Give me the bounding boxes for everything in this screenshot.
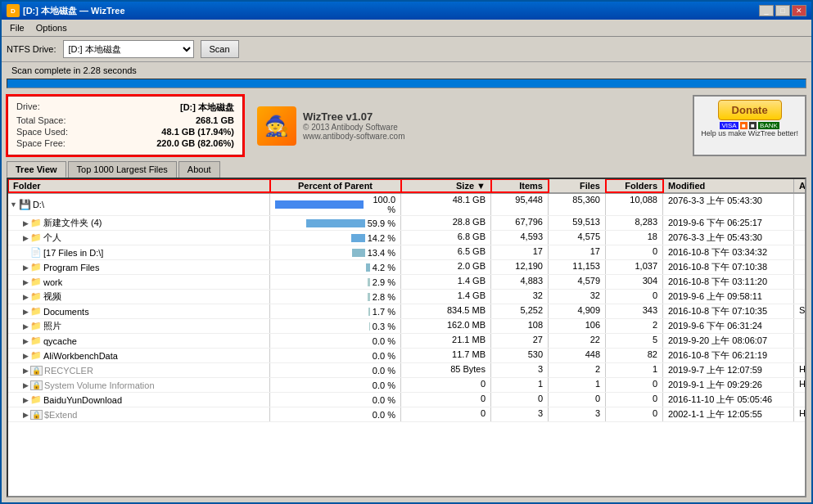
progress-fill bbox=[7, 79, 806, 88]
table-row[interactable]: ▶ 📁 Program Files 4.2 % 2.0 GB 12,190 11… bbox=[8, 260, 805, 275]
used-key: Space Used: bbox=[16, 127, 68, 137]
table-row[interactable]: ▶ 📄 [17 Files in D:\] 13.4 % 6.5 GB 17 1… bbox=[8, 245, 805, 260]
col-attributes[interactable]: Attributes bbox=[794, 179, 806, 192]
col-modified[interactable]: Modified bbox=[663, 179, 794, 192]
title-bar: D [D:] 本地磁盘 — WizTree _ □ ✕ bbox=[2, 2, 811, 20]
table-row[interactable]: ▼ 💾 D:\ 100.0 % 48.1 GB 95,448 85,360 10… bbox=[8, 194, 805, 216]
free-key: Space Free: bbox=[16, 138, 65, 148]
minimize-button[interactable]: _ bbox=[759, 5, 774, 16]
donate-box: Donate VISA ■ ■ BANK Help us make WizTre… bbox=[693, 95, 806, 156]
col-percent[interactable]: Percent of Parent bbox=[270, 179, 401, 192]
brand-url: www.antibody-software.com bbox=[303, 132, 405, 141]
main-window: D [D:] 本地磁盘 — WizTree _ □ ✕ File Options… bbox=[0, 0, 813, 504]
col-size[interactable]: Size ▼ bbox=[401, 179, 491, 192]
main-table-area: Folder Percent of Parent Size ▼ Items Fi… bbox=[7, 178, 806, 497]
window-title: [D:] 本地磁盘 — WizTree bbox=[23, 5, 125, 17]
free-val: 220.0 GB (82.06%) bbox=[156, 138, 234, 148]
drive-val: [D:] 本地磁盘 bbox=[180, 101, 234, 114]
menu-options[interactable]: Options bbox=[31, 21, 72, 34]
app-icon: D bbox=[7, 4, 20, 17]
table-row[interactable]: ▶ 📁 qycache 0.0 % 21.1 MB 27 22 5 2019-9… bbox=[8, 334, 805, 349]
table-body: ▼ 💾 D:\ 100.0 % 48.1 GB 95,448 85,360 10… bbox=[8, 194, 805, 496]
maximize-button[interactable]: □ bbox=[775, 5, 790, 16]
tabs: Tree View Top 1000 Largest Files About bbox=[2, 160, 811, 178]
donate-button[interactable]: Donate bbox=[718, 100, 782, 120]
total-val: 268.1 GB bbox=[196, 115, 234, 125]
donate-message: Help us make WizTree better! bbox=[701, 129, 798, 137]
table-row[interactable]: ▶ 📁 照片 0.3 % 162.0 MB 108 106 2 2019-9-6… bbox=[8, 319, 805, 334]
donate-cards: VISA ■ ■ BANK bbox=[701, 122, 798, 129]
col-folder[interactable]: Folder bbox=[8, 179, 270, 192]
col-folders[interactable]: Folders bbox=[606, 179, 663, 192]
top-section: Drive: [D:] 本地磁盘 Total Space: 268.1 GB S… bbox=[2, 92, 811, 160]
menu-file[interactable]: File bbox=[5, 21, 29, 34]
brand-section: 🧙 WizTree v1.07 © 2013 Antibody Software… bbox=[249, 95, 688, 156]
toolbar: NTFS Drive: [D:] 本地磁盘 Scan bbox=[2, 37, 811, 62]
table-row[interactable]: ▶ 📁 AliWorkbenchData 0.0 % 11.7 MB 530 4… bbox=[8, 349, 805, 363]
title-bar-buttons: _ □ ✕ bbox=[759, 5, 806, 16]
brand-copy: © 2013 Antibody Software bbox=[303, 123, 405, 132]
scan-button[interactable]: Scan bbox=[201, 40, 239, 58]
table-row[interactable]: ▶ 🔒 System Volume Information 0.0 % 0 1 … bbox=[8, 378, 805, 393]
tab-about[interactable]: About bbox=[178, 161, 220, 178]
tab-tree-view[interactable]: Tree View bbox=[7, 161, 66, 178]
table-row[interactable]: ▶ 🔒 $Extend 0.0 % 0 3 3 0 2002-1-1 上午 12… bbox=[8, 407, 805, 422]
brand-name: WizTree v1.07 bbox=[303, 110, 405, 123]
table-row[interactable]: ▶ 📁 新建文件夹 (4) 59.9 % 28.8 GB 67,796 59,5… bbox=[8, 216, 805, 231]
used-val: 48.1 GB (17.94%) bbox=[161, 127, 234, 137]
menu-bar: File Options bbox=[2, 20, 811, 37]
drive-info-box: Drive: [D:] 本地磁盘 Total Space: 268.1 GB S… bbox=[7, 95, 244, 156]
progress-bar bbox=[7, 79, 806, 88]
col-items[interactable]: Items bbox=[491, 179, 549, 192]
status-message: Scan complete in 2.28 seconds bbox=[7, 64, 806, 77]
col-files[interactable]: Files bbox=[549, 179, 606, 192]
table-row[interactable]: ▶ 📁 个人 14.2 % 6.8 GB 4,593 4,575 18 2076… bbox=[8, 231, 805, 245]
table-row[interactable]: ▶ 📁 BaiduYunDownload 0.0 % 0 0 0 0 2016-… bbox=[8, 393, 805, 407]
total-key: Total Space: bbox=[16, 115, 66, 125]
table-row[interactable]: ▶ 🔒 RECYCLER 0.0 % 85 Bytes 3 2 1 2019-9… bbox=[8, 363, 805, 378]
tab-largest-files[interactable]: Top 1000 Largest Files bbox=[68, 161, 177, 178]
wiztree-icon: 🧙 bbox=[257, 106, 296, 146]
column-headers: Folder Percent of Parent Size ▼ Items Fi… bbox=[8, 179, 805, 194]
drive-label: NTFS Drive: bbox=[7, 44, 56, 54]
close-button[interactable]: ✕ bbox=[792, 5, 806, 16]
table-row[interactable]: ▶ 📁 视频 2.8 % 1.4 GB 32 32 0 2019-9-6 上午 … bbox=[8, 290, 805, 304]
table-row[interactable]: ▶ 📁 Documents 1.7 % 834.5 MB 5,252 4,909… bbox=[8, 304, 805, 319]
drive-key: Drive: bbox=[16, 101, 40, 114]
drive-selector[interactable]: [D:] 本地磁盘 bbox=[63, 40, 194, 58]
status-area: Scan complete in 2.28 seconds bbox=[2, 62, 811, 92]
table-row[interactable]: ▶ 📁 work 2.9 % 1.4 GB 4,883 4,579 304 20… bbox=[8, 275, 805, 290]
